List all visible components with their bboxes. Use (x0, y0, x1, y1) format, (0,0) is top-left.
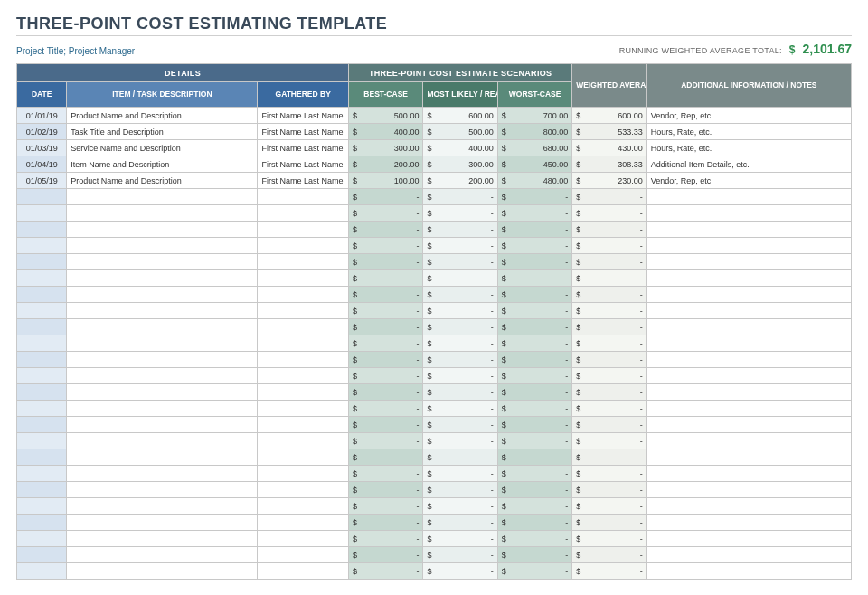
cell-gathered-by[interactable] (258, 401, 349, 417)
cell-most[interactable]: $- (423, 531, 497, 547)
cell-desc[interactable] (67, 270, 258, 287)
cell-desc[interactable]: Item Name and Description (67, 156, 258, 173)
cell-gathered-by[interactable] (258, 254, 349, 270)
cell-worst[interactable]: $- (497, 498, 571, 515)
cell-avg[interactable]: $- (572, 401, 646, 417)
cell-gathered-by[interactable] (258, 270, 349, 287)
cell-best[interactable]: $400.00 (348, 124, 422, 140)
cell-most[interactable]: $- (423, 547, 497, 563)
cell-notes[interactable] (646, 303, 851, 319)
cell-date[interactable] (17, 417, 67, 433)
cell-notes[interactable] (646, 189, 851, 205)
cell-most[interactable]: $400.00 (423, 140, 497, 156)
cell-gathered-by[interactable] (258, 482, 349, 498)
cell-gathered-by[interactable] (258, 449, 349, 466)
cell-most[interactable]: $- (423, 189, 497, 205)
cell-gathered-by[interactable] (258, 563, 349, 580)
cell-desc[interactable] (67, 433, 258, 449)
cell-gathered-by[interactable] (258, 335, 349, 352)
cell-worst[interactable]: $- (497, 270, 571, 287)
cell-desc[interactable] (67, 466, 258, 482)
cell-notes[interactable] (646, 335, 851, 352)
cell-desc[interactable] (67, 417, 258, 433)
cell-worst[interactable]: $- (497, 417, 571, 433)
cell-most[interactable]: $- (423, 303, 497, 319)
cell-avg[interactable]: $600.00 (572, 108, 646, 124)
cell-date[interactable] (17, 238, 67, 254)
cell-desc[interactable] (67, 319, 258, 335)
cell-best[interactable]: $- (348, 368, 422, 384)
cell-avg[interactable]: $- (572, 563, 646, 580)
cell-notes[interactable] (646, 254, 851, 270)
cell-avg[interactable]: $- (572, 238, 646, 254)
cell-gathered-by[interactable] (258, 417, 349, 433)
cell-date[interactable] (17, 287, 67, 303)
cell-notes[interactable] (646, 531, 851, 547)
cell-best[interactable]: $- (348, 270, 422, 287)
cell-date[interactable]: 01/04/19 (17, 156, 67, 173)
cell-avg[interactable]: $- (572, 498, 646, 515)
cell-date[interactable] (17, 498, 67, 515)
cell-date[interactable] (17, 368, 67, 384)
cell-worst[interactable]: $680.00 (497, 140, 571, 156)
cell-worst[interactable]: $- (497, 254, 571, 270)
cell-best[interactable]: $- (348, 498, 422, 515)
cell-date[interactable] (17, 515, 67, 531)
cell-notes[interactable] (646, 287, 851, 303)
cell-desc[interactable] (67, 287, 258, 303)
cell-gathered-by[interactable] (258, 531, 349, 547)
cell-worst[interactable]: $- (497, 433, 571, 449)
cell-best[interactable]: $- (348, 222, 422, 238)
cell-avg[interactable]: $- (572, 531, 646, 547)
cell-best[interactable]: $- (348, 563, 422, 580)
cell-avg[interactable]: $- (572, 319, 646, 335)
cell-desc[interactable]: Product Name and Description (67, 108, 258, 124)
cell-avg[interactable]: $- (572, 222, 646, 238)
cell-best[interactable]: $- (348, 482, 422, 498)
cell-desc[interactable] (67, 335, 258, 352)
cell-worst[interactable]: $- (497, 482, 571, 498)
cell-date[interactable] (17, 352, 67, 368)
cell-desc[interactable] (67, 352, 258, 368)
cell-best[interactable]: $- (348, 287, 422, 303)
cell-best[interactable]: $500.00 (348, 108, 422, 124)
cell-avg[interactable]: $- (572, 449, 646, 466)
cell-most[interactable]: $- (423, 238, 497, 254)
cell-most[interactable]: $- (423, 498, 497, 515)
cell-desc[interactable] (67, 384, 258, 401)
cell-best[interactable]: $- (348, 417, 422, 433)
cell-worst[interactable]: $480.00 (497, 173, 571, 189)
cell-date[interactable]: 01/03/19 (17, 140, 67, 156)
cell-most[interactable]: $500.00 (423, 124, 497, 140)
cell-worst[interactable]: $800.00 (497, 124, 571, 140)
cell-best[interactable]: $- (348, 238, 422, 254)
cell-worst[interactable]: $- (497, 238, 571, 254)
cell-avg[interactable]: $- (572, 482, 646, 498)
cell-gathered-by[interactable]: First Name Last Name (258, 173, 349, 189)
cell-desc[interactable] (67, 531, 258, 547)
cell-best[interactable]: $- (348, 433, 422, 449)
cell-best[interactable]: $- (348, 254, 422, 270)
cell-most[interactable]: $- (423, 352, 497, 368)
cell-desc[interactable]: Product Name and Description (67, 173, 258, 189)
cell-date[interactable] (17, 335, 67, 352)
cell-gathered-by[interactable]: First Name Last Name (258, 108, 349, 124)
cell-avg[interactable]: $- (572, 352, 646, 368)
cell-date[interactable] (17, 531, 67, 547)
cell-best[interactable]: $- (348, 303, 422, 319)
cell-desc[interactable] (67, 563, 258, 580)
cell-avg[interactable]: $- (572, 515, 646, 531)
cell-most[interactable]: $- (423, 319, 497, 335)
cell-gathered-by[interactable] (258, 303, 349, 319)
cell-best[interactable]: $200.00 (348, 156, 422, 173)
cell-worst[interactable]: $- (497, 189, 571, 205)
cell-desc[interactable] (67, 401, 258, 417)
cell-desc[interactable]: Task Title and Description (67, 124, 258, 140)
cell-date[interactable] (17, 401, 67, 417)
cell-notes[interactable] (646, 449, 851, 466)
cell-best[interactable]: $- (348, 449, 422, 466)
cell-avg[interactable]: $- (572, 417, 646, 433)
cell-avg[interactable]: $230.00 (572, 173, 646, 189)
cell-desc[interactable] (67, 238, 258, 254)
cell-worst[interactable]: $- (497, 449, 571, 466)
